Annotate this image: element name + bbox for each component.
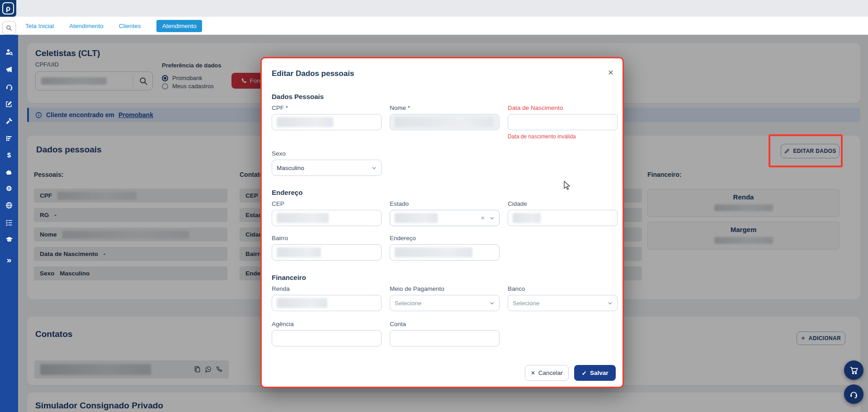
cart-fab[interactable] xyxy=(844,360,863,380)
agencia-label: Agência xyxy=(272,321,294,327)
dob-label: Data de Nascimento xyxy=(508,104,563,111)
sidebar: $ ⚙ » xyxy=(0,35,18,412)
close-icon[interactable]: × xyxy=(608,67,613,77)
nome-input[interactable] xyxy=(390,114,500,130)
agencia-input[interactable] xyxy=(272,330,382,346)
hammer-icon[interactable] xyxy=(5,117,13,125)
sexo-label: Sexo xyxy=(272,150,286,157)
section-financeiro: Financeiro xyxy=(272,274,306,281)
chevron-down-icon xyxy=(490,216,495,221)
chevron-down-icon xyxy=(490,301,495,306)
estado-label: Estado xyxy=(390,200,409,207)
edit-button-annotation xyxy=(769,134,843,167)
meio-pagamento-select[interactable]: Selecione xyxy=(390,295,500,311)
puzzle-icon[interactable] xyxy=(5,168,13,175)
section-endereco: Endereço xyxy=(272,189,302,196)
dollar-icon[interactable]: $ xyxy=(7,152,11,158)
conta-label: Conta xyxy=(390,321,406,327)
clear-icon[interactable]: × xyxy=(481,214,485,222)
edit-icon[interactable] xyxy=(5,100,13,108)
check-icon: ✓ xyxy=(582,369,587,377)
banco-select[interactable]: Selecione xyxy=(508,295,618,311)
cpf-label: CPF * xyxy=(272,104,288,111)
sexo-select[interactable]: Masculino xyxy=(272,160,382,176)
promobank-logo[interactable]: ρ xyxy=(0,0,16,17)
support-fab[interactable] xyxy=(844,384,863,404)
estado-select[interactable]: × xyxy=(390,210,500,226)
renda-input[interactable] xyxy=(272,295,382,311)
save-button[interactable]: ✓ Salvar xyxy=(574,365,616,381)
globe-icon[interactable] xyxy=(5,201,13,209)
tab-clientes[interactable]: Clientes xyxy=(119,23,141,29)
endereco-input[interactable] xyxy=(390,244,500,260)
graduation-cap-icon[interactable] xyxy=(5,236,13,243)
checklist-icon[interactable] xyxy=(5,218,13,226)
sidebar-item-search-active[interactable] xyxy=(2,21,16,34)
chevron-down-icon xyxy=(372,166,377,170)
cpf-input[interactable] xyxy=(272,114,382,130)
endereco-label: Endereço xyxy=(390,235,416,242)
renda-label: Renda xyxy=(272,285,290,292)
mouse-cursor xyxy=(564,181,571,191)
cart-icon xyxy=(849,366,859,375)
headset-icon[interactable] xyxy=(5,83,13,90)
nome-value-redacted xyxy=(395,117,493,127)
banco-label: Banco xyxy=(508,285,525,292)
cancel-button[interactable]: × Cancelar xyxy=(525,365,569,381)
nome-label: Nome * xyxy=(390,104,410,111)
headset-icon xyxy=(849,390,858,398)
logo-glyph: ρ xyxy=(2,2,14,14)
tab-tela-inicial[interactable]: Tela Inicial xyxy=(25,23,54,29)
gears-icon[interactable]: ⚙ xyxy=(6,185,12,192)
cpf-value-redacted xyxy=(277,117,333,127)
section-dados-pessoais: Dados Pessoais xyxy=(272,93,324,100)
cep-label: CEP xyxy=(272,200,284,207)
person-search-icon[interactable] xyxy=(5,48,13,56)
tab-atendimento-active[interactable]: Atendimento xyxy=(156,20,203,32)
tabbar: Tela Inicial Atendimento Clientes Atendi… xyxy=(0,17,868,35)
search-icon xyxy=(6,25,12,31)
megaphone-icon[interactable] xyxy=(5,66,13,73)
chevron-down-icon xyxy=(608,301,613,306)
cep-input[interactable] xyxy=(272,210,382,226)
bairro-label: Bairro xyxy=(272,235,288,242)
dob-input[interactable] xyxy=(508,114,618,130)
bairro-input[interactable] xyxy=(272,244,382,260)
app-root: ρ Sair 6 xyxy=(0,0,868,412)
meio-pagamento-label: Meio de Pagamento xyxy=(390,285,444,292)
sidebar-expand-icon[interactable]: » xyxy=(7,256,12,264)
bar-chart-icon[interactable] xyxy=(5,134,13,142)
cidade-input[interactable] xyxy=(508,210,618,226)
topbar xyxy=(0,0,868,17)
edit-personal-data-modal: Editar Dados pessoais × Dados Pessoais C… xyxy=(260,57,624,388)
x-icon: × xyxy=(531,369,535,377)
conta-input[interactable] xyxy=(390,330,500,346)
tab-atendimento-1[interactable]: Atendimento xyxy=(69,23,104,29)
modal-title: Editar Dados pessoais xyxy=(272,69,354,78)
cidade-label: Cidade xyxy=(508,200,527,207)
dob-error-text: Data de nascimento inválida xyxy=(508,133,576,140)
